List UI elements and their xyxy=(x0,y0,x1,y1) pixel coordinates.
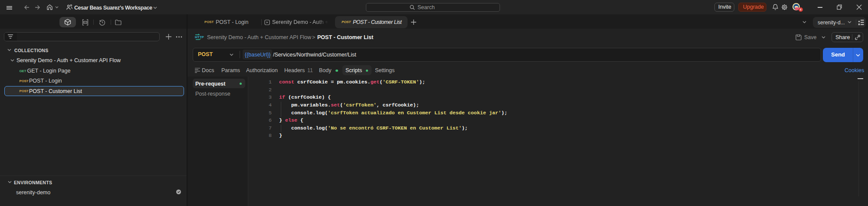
svg-text:HTTP: HTTP xyxy=(195,35,204,39)
